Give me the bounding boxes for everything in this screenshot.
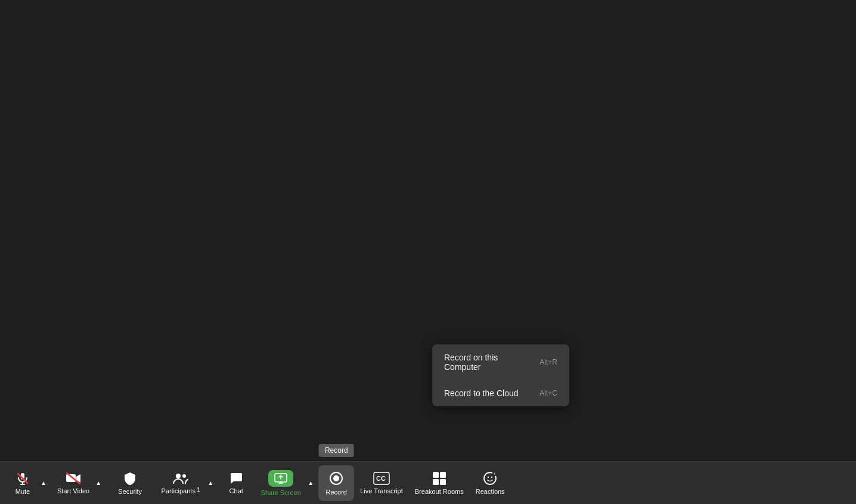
breakout-rooms-label: Breakout Rooms [415, 488, 464, 495]
record-tooltip: Record [319, 444, 354, 457]
svg-point-6 [176, 474, 181, 478]
chat-button[interactable]: Chat [218, 465, 254, 501]
record-container: Record Record [318, 465, 354, 501]
record-cloud-label: Record to the Cloud [444, 388, 519, 398]
security-label: Security [118, 488, 142, 495]
mute-group: Mute ▲ [5, 465, 51, 501]
record-label: Record [326, 489, 347, 496]
live-transcript-label: Live Transcript [360, 487, 403, 494]
svg-point-20 [488, 476, 489, 477]
record-computer-option[interactable]: Record on this Computer Alt+R [432, 344, 569, 380]
record-cloud-shortcut: Alt+C [539, 389, 557, 397]
video-off-icon [66, 472, 81, 485]
chat-icon [229, 472, 243, 485]
reactions-button[interactable]: + Reactions [470, 465, 511, 501]
shield-icon [123, 471, 137, 486]
participants-count: 1 [197, 486, 200, 493]
svg-text:+: + [494, 472, 496, 476]
share-screen-group: Share Screen ▲ [254, 465, 318, 501]
main-video-area [0, 0, 856, 461]
toolbar: Mute ▲ Start Video ▲ Security [0, 461, 856, 504]
reactions-label: Reactions [476, 488, 505, 495]
people-icon [172, 472, 189, 485]
mute-label: Mute [15, 488, 30, 495]
record-popup: Record on this Computer Alt+R Record to … [432, 344, 569, 406]
participants-button[interactable]: Participants 1 [154, 465, 207, 501]
svg-rect-4 [66, 474, 76, 482]
grid-icon [432, 471, 446, 486]
svg-text:CC: CC [376, 475, 386, 482]
share-screen-icon [268, 470, 293, 487]
mute-button[interactable]: Mute [5, 465, 41, 501]
cc-icon: CC [373, 472, 390, 485]
breakout-rooms-button[interactable]: Breakout Rooms [409, 465, 470, 501]
security-button[interactable]: Security [106, 465, 154, 501]
svg-rect-16 [440, 472, 446, 478]
live-transcript-button[interactable]: CC Live Transcript [354, 465, 409, 501]
svg-rect-17 [433, 479, 439, 485]
record-computer-label: Record on this Computer [444, 353, 522, 372]
record-button[interactable]: Record [318, 465, 354, 501]
emoji-icon: + [483, 471, 497, 486]
share-screen-button[interactable]: Share Screen [254, 465, 308, 501]
chat-label: Chat [229, 487, 243, 494]
record-cloud-option[interactable]: Record to the Cloud Alt+C [432, 380, 569, 406]
mic-muted-icon [15, 471, 30, 486]
start-video-group: Start Video ▲ [51, 465, 106, 501]
svg-rect-15 [433, 472, 439, 478]
start-video-label: Start Video [57, 487, 89, 494]
start-video-button[interactable]: Start Video [51, 465, 95, 501]
participants-group: Participants 1 ▲ [154, 465, 218, 501]
share-screen-label: Share Screen [261, 489, 301, 496]
record-computer-shortcut: Alt+R [539, 358, 557, 366]
svg-rect-18 [440, 479, 446, 485]
svg-point-12 [333, 475, 339, 481]
participants-label: Participants [161, 487, 195, 494]
svg-point-21 [491, 476, 492, 477]
record-icon [328, 471, 344, 486]
svg-point-7 [182, 474, 186, 478]
